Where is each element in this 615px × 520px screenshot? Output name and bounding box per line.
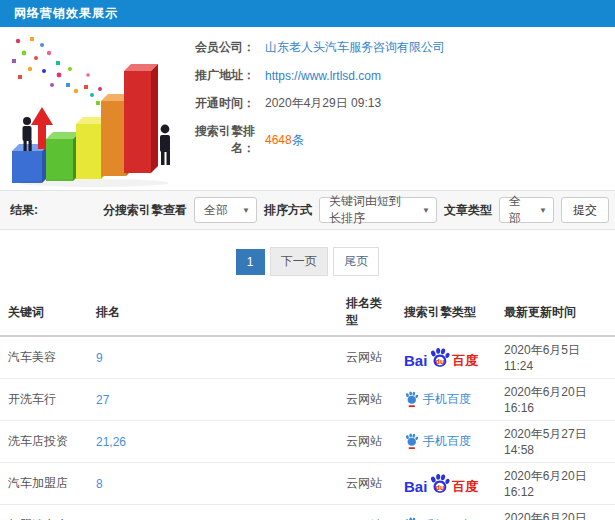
engine-rank-unit: 条: [292, 133, 304, 147]
businessman-right: [160, 125, 170, 165]
open-time-value: 2020年4月29日 09:13: [265, 95, 381, 112]
promo-url-link[interactable]: https://www.lrtlsd.com: [265, 69, 381, 83]
marketing-chart-illustration: [0, 27, 175, 190]
chevron-down-icon: ▼: [232, 206, 250, 215]
baidu-logo-text-cn: 百度: [452, 354, 478, 368]
rank-cell: 8: [88, 463, 338, 505]
engine-rank-label: 搜索引擎排名：: [175, 123, 255, 157]
header-keyword: 关键词: [0, 289, 88, 336]
keyword-cell: 洗车店投资: [0, 421, 88, 463]
company-label: 会员公司：: [175, 39, 255, 56]
rank-type-cell: 云网站: [338, 421, 396, 463]
updated-cell: 2020年6月20日 16:11: [496, 505, 615, 520]
rank-cell: 27: [88, 379, 338, 421]
engine-filter-value: 全部: [204, 202, 228, 219]
baidu-logo-text-bai: Bai: [404, 353, 427, 368]
table-row: 洗车店投资21,26云网站 手机百度2020年5月27日 14:58: [0, 421, 615, 463]
engine-cell: Bai du 百度: [396, 463, 496, 505]
page-button-current[interactable]: 1: [236, 249, 265, 275]
table-row: 汽车加盟店8云网站 Bai du 百度2020年6月20日 16:12: [0, 463, 615, 505]
chevron-down-icon: ▼: [529, 206, 547, 215]
bar-chart-growth-image: [4, 31, 174, 189]
baidu-logo: Bai du 百度: [404, 473, 478, 494]
company-link[interactable]: 山东老人头汽车服务咨询有限公司: [265, 39, 445, 56]
keyword-cell: 开洗车行: [0, 379, 88, 421]
header-rank-type: 排名类型: [338, 289, 396, 336]
rank-type-cell: 云网站: [338, 379, 396, 421]
type-filter-value: 全部: [509, 193, 529, 227]
updated-cell: 2020年6月20日 16:12: [496, 463, 615, 505]
mobile-baidu-logo: 手机百度: [404, 391, 471, 408]
sort-filter-select[interactable]: 关键词由短到长排序 ▼: [319, 197, 437, 223]
rank-type-cell: 云网站: [338, 463, 396, 505]
rank-type-cell: 云网站: [338, 505, 396, 520]
sort-filter-label: 排序方式: [264, 202, 312, 219]
mobile-baidu-paw-icon: [404, 433, 419, 450]
updated-cell: 2020年6月20日 16:16: [496, 379, 615, 421]
keyword-cell: 加盟洗车店: [0, 505, 88, 520]
engine-cell: 手机百度: [396, 379, 496, 421]
baidu-logo-text-cn: 百度: [452, 480, 478, 494]
table-body: 汽车美容9云网站 Bai du 百度2020年6月5日 11:24开洗车行27云…: [0, 336, 615, 520]
top-section: 会员公司： 山东老人头汽车服务咨询有限公司 推广地址： https://www.…: [0, 27, 615, 190]
mobile-baidu-label: 手机百度: [423, 391, 471, 408]
keyword-ranking-table: 关键词 排名 排名类型 搜索引擎类型 最新更新时间 汽车美容9云网站 Bai d…: [0, 289, 615, 520]
page-button-last[interactable]: 尾页: [333, 247, 379, 276]
mobile-baidu-logo: 手机百度: [404, 433, 471, 450]
engine-filter-label: 分搜索引擎查看: [103, 202, 187, 219]
table-header-row: 关键词 排名 排名类型 搜索引擎类型 最新更新时间: [0, 289, 615, 336]
engine-cell: 手机百度: [396, 505, 496, 520]
type-filter-label: 文章类型: [444, 202, 492, 219]
updated-cell: 2020年5月27日 14:58: [496, 421, 615, 463]
chevron-down-icon: ▼: [412, 206, 430, 215]
rank-cell: 25,28,28: [88, 505, 338, 520]
pagination: 1 下一页 尾页: [0, 247, 615, 276]
result-label: 结果:: [10, 202, 38, 219]
header-updated: 最新更新时间: [496, 289, 615, 336]
rank-cell: 21,26: [88, 421, 338, 463]
submit-button[interactable]: 提交: [561, 197, 609, 223]
header-rank: 排名: [88, 289, 338, 336]
filter-bar: 结果: 分搜索引擎查看 全部 ▼ 排序方式 关键词由短到长排序 ▼ 文章类型 全…: [0, 190, 615, 230]
header-engine-type: 搜索引擎类型: [396, 289, 496, 336]
rank-link[interactable]: 9: [96, 351, 103, 365]
table-row: 加盟洗车店25,28,28云网站 手机百度2020年6月20日 16:11: [0, 505, 615, 520]
updated-cell: 2020年6月5日 11:24: [496, 336, 615, 379]
baidu-paw-icon: du: [428, 473, 451, 494]
table-row: 汽车美容9云网站 Bai du 百度2020年6月5日 11:24: [0, 336, 615, 379]
rank-link[interactable]: 27: [96, 393, 109, 407]
table-row: 开洗车行27云网站 手机百度2020年6月20日 16:16: [0, 379, 615, 421]
baidu-logo-text-bai: Bai: [404, 479, 427, 494]
engine-filter-select[interactable]: 全部 ▼: [194, 197, 257, 223]
rank-link[interactable]: 8: [96, 477, 103, 491]
baidu-paw-icon: du: [428, 347, 451, 368]
engine-rank-count: 4648: [265, 133, 292, 147]
engine-cell: 手机百度: [396, 421, 496, 463]
page-button-next[interactable]: 下一页: [270, 247, 328, 276]
open-time-label: 开通时间：: [175, 95, 255, 112]
engine-cell: Bai du 百度: [396, 336, 496, 379]
type-filter-select[interactable]: 全部 ▼: [499, 197, 554, 223]
keyword-cell: 汽车加盟店: [0, 463, 88, 505]
svg-text:du: du: [436, 484, 445, 491]
page-title: 网络营销效果展示: [0, 0, 615, 27]
mobile-baidu-paw-icon: [404, 391, 419, 408]
svg-text:du: du: [436, 358, 445, 365]
rank-link[interactable]: 21,26: [96, 435, 126, 449]
rank-cell: 9: [88, 336, 338, 379]
baidu-logo: Bai du 百度: [404, 347, 478, 368]
member-info-panel: 会员公司： 山东老人头汽车服务咨询有限公司 推广地址： https://www.…: [175, 27, 615, 190]
mobile-baidu-label: 手机百度: [423, 433, 471, 450]
rank-type-cell: 云网站: [338, 336, 396, 379]
sort-filter-value: 关键词由短到长排序: [329, 193, 412, 227]
keyword-cell: 汽车美容: [0, 336, 88, 379]
promo-url-label: 推广地址：: [175, 67, 255, 84]
